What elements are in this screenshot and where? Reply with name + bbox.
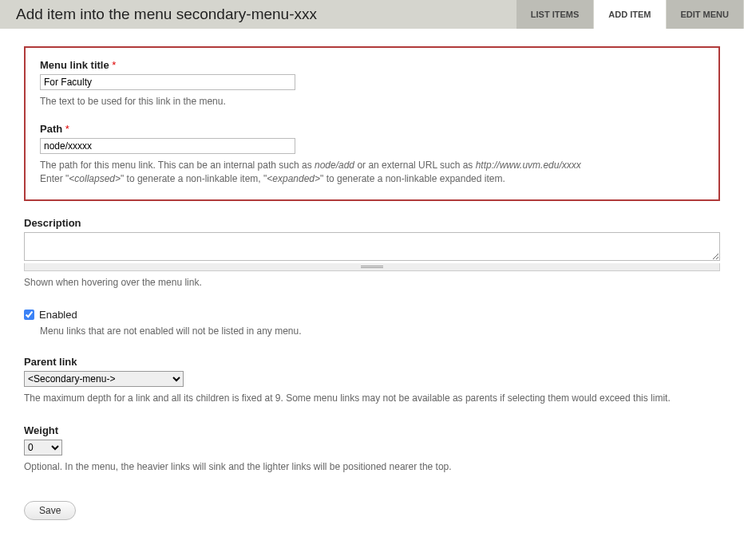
page-title: Add item into the menu secondary-menu-xx…	[16, 6, 516, 23]
description-textarea[interactable]	[24, 232, 720, 261]
description-label: Description	[24, 217, 720, 229]
textarea-resize-handle[interactable]	[24, 263, 720, 271]
field-description: Description Shown when hovering over the…	[24, 217, 720, 290]
save-button[interactable]: Save	[24, 501, 76, 520]
hint-italic: node/add	[315, 160, 354, 171]
enabled-checkbox[interactable]	[24, 310, 34, 320]
highlighted-fields: Menu link title * The text to be used fo…	[24, 46, 720, 201]
path-input[interactable]	[40, 138, 295, 154]
hint-italic: http://www.uvm.edu/xxxx	[476, 160, 581, 171]
weight-label: Weight	[24, 424, 720, 436]
field-menu-link-title: Menu link title * The text to be used fo…	[40, 59, 704, 108]
menu-link-title-hint: The text to be used for this link in the…	[40, 95, 704, 108]
hint-text: The path for this menu link. This can be…	[40, 160, 315, 171]
path-hint: The path for this menu link. This can be…	[40, 159, 704, 186]
enabled-hint: Menu links that are not enabled will not…	[40, 325, 720, 337]
weight-hint: Optional. In the menu, the heavier links…	[24, 460, 720, 474]
field-weight: Weight 0 Optional. In the menu, the heav…	[24, 424, 720, 474]
hint-italic: <collapsed>	[69, 173, 121, 184]
description-hint: Shown when hovering over the menu link.	[24, 276, 720, 290]
menu-link-title-input[interactable]	[40, 74, 295, 90]
field-parent-link: Parent link <Secondary-menu-> The maximu…	[24, 356, 720, 405]
form-content: Menu link title * The text to be used fo…	[0, 29, 744, 538]
tabs: LIST ITEMS ADD ITEM EDIT MENU	[516, 0, 744, 29]
label-text: Menu link title	[40, 59, 109, 71]
tab-edit-menu[interactable]: EDIT MENU	[667, 0, 745, 29]
header-bar: Add item into the menu secondary-menu-xx…	[0, 0, 744, 29]
parent-link-hint: The maximum depth for a link and all its…	[24, 392, 720, 405]
menu-link-title-label: Menu link title *	[40, 59, 704, 71]
path-label: Path *	[40, 123, 704, 135]
tab-add-item[interactable]: ADD ITEM	[594, 0, 666, 29]
hint-text: Enter "	[40, 173, 69, 184]
required-asterisk-icon: *	[65, 123, 69, 135]
hint-text: " to generate a non-linkable expanded it…	[320, 173, 505, 184]
weight-select[interactable]: 0	[24, 440, 62, 455]
field-enabled: Enabled Menu links that are not enabled …	[24, 309, 720, 337]
field-path: Path * The path for this menu link. This…	[40, 123, 704, 186]
parent-link-select[interactable]: <Secondary-menu->	[24, 371, 184, 387]
label-text: Path	[40, 123, 62, 135]
enabled-label: Enabled	[39, 309, 77, 321]
tab-list-items[interactable]: LIST ITEMS	[516, 0, 595, 29]
hint-italic: <expanded>	[267, 173, 320, 184]
hint-text: or an external URL such as	[354, 160, 476, 171]
required-asterisk-icon: *	[112, 59, 116, 71]
parent-link-label: Parent link	[24, 356, 720, 368]
hint-text: " to generate a non-linkable item, "	[121, 173, 267, 184]
